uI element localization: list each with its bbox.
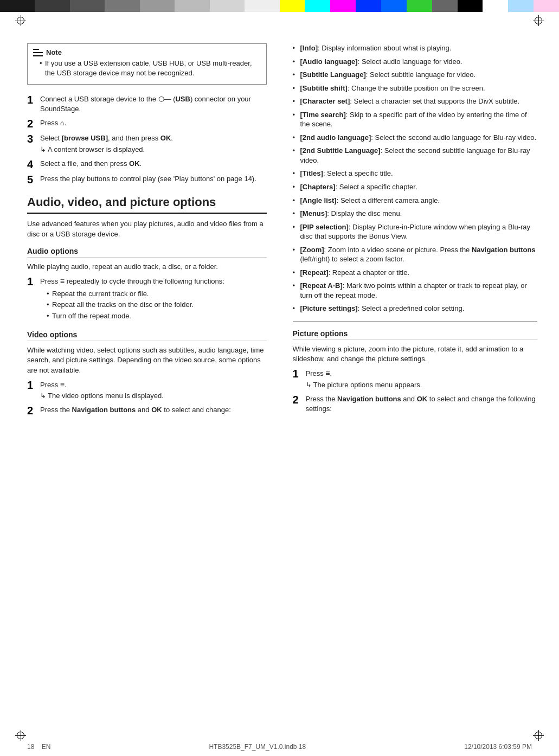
vb-repeat-ab: [Repeat A-B]: Mark two points within a c… xyxy=(293,281,538,300)
audio-bullets: Repeat the current track or file. Repeat… xyxy=(40,289,267,321)
step-1-content: Connect a USB storage device to the ⬡— (… xyxy=(40,94,267,114)
footer-date: 12/10/2013 6:03:59 PM xyxy=(464,743,532,751)
video-step-1: 1 Press ≡. The video options menu is dis… xyxy=(27,380,267,401)
picture-step-1: 1 Press ≡. The picture options menu appe… xyxy=(293,368,538,390)
picture-step-2-num: 2 xyxy=(293,394,301,405)
cb8 xyxy=(245,0,279,12)
audio-options-intro: While playing audio, repeat an audio tra… xyxy=(27,262,267,272)
audio-bullet-1: Repeat the current track or file. xyxy=(47,289,267,299)
vb-picture-settings: [Picture settings]: Select a predefined … xyxy=(293,304,538,313)
cb6 xyxy=(175,0,209,12)
footer-page: 18 EN xyxy=(27,743,50,751)
step-5-num: 5 xyxy=(27,174,36,185)
section-avp-intro: Use advanced features when you play pict… xyxy=(27,219,267,239)
picture-divider xyxy=(293,321,538,322)
cb4 xyxy=(105,0,139,12)
footer-page-num: 18 xyxy=(27,743,34,751)
cbr7 xyxy=(432,0,458,12)
step-2: 2 Press ⌂. xyxy=(27,118,267,129)
step-5-content: Press the play buttons to control play (… xyxy=(40,174,267,184)
reg-mark-tl xyxy=(15,15,26,26)
vb-info: [Info]: Display information about what i… xyxy=(293,43,538,53)
vb-audio-lang: [Audio language]: Select audio language … xyxy=(293,57,538,67)
cbr9 xyxy=(483,0,508,12)
vb-subtitle-lang: [Subtitle Language]: Select subtitle lan… xyxy=(293,70,538,80)
audio-step-1-num: 1 xyxy=(27,276,36,287)
cb2 xyxy=(35,0,69,12)
cbr8 xyxy=(458,0,483,12)
note-icon xyxy=(33,49,43,56)
video-step-1-content: Press ≡. The video options menu is displ… xyxy=(40,380,267,401)
vb-charset: [Character set]: Select a character set … xyxy=(293,97,538,106)
vb-menus: [Menus]: Display the disc menu. xyxy=(293,209,538,219)
note-box: Note If you use a USB extension cable, U… xyxy=(27,43,267,85)
step-4-num: 4 xyxy=(27,159,36,170)
cbr10 xyxy=(508,0,534,12)
color-bar-left xyxy=(0,0,280,12)
picture-step-2: 2 Press the Navigation buttons and OK to… xyxy=(293,394,538,414)
picture-step-2-content: Press the Navigation buttons and OK to s… xyxy=(306,394,538,414)
vb-zoom: [Zoom]: Zoom into a video scene or pictu… xyxy=(293,245,538,264)
cb1 xyxy=(0,0,35,12)
video-step-1-result: The video options menu is displayed. xyxy=(40,391,267,401)
picture-step-1-result: The picture options menu appears. xyxy=(306,380,538,390)
picture-step-1-content: Press ≡. The picture options menu appear… xyxy=(306,368,538,390)
cbr4 xyxy=(356,0,381,12)
vb-repeat: [Repeat]: Repeat a chapter or title. xyxy=(293,268,538,278)
cb5 xyxy=(140,0,175,12)
video-options-heading: Video options xyxy=(27,330,267,341)
step-1-num: 1 xyxy=(27,94,36,105)
step-2-num: 2 xyxy=(27,118,36,129)
cbr11 xyxy=(534,0,559,12)
audio-bullet-2: Repeat all the tracks on the disc or the… xyxy=(47,300,267,310)
cbr2 xyxy=(305,0,330,12)
audio-step-1-content: Press ≡ repeatedly to cycle through the … xyxy=(40,276,267,323)
video-step-1-num: 1 xyxy=(27,380,36,390)
cbr6 xyxy=(407,0,432,12)
vb-time-search: [Time search]: Skip to a specific part o… xyxy=(293,110,538,129)
vb-2nd-subtitle: [2nd Subtitle Language]: Select the seco… xyxy=(293,146,538,165)
note-title: Note xyxy=(46,48,62,56)
left-column: Note If you use a USB extension cable, U… xyxy=(0,33,280,734)
vb-titles: [Titles]: Select a specific title. xyxy=(293,169,538,178)
note-header: Note xyxy=(33,48,261,56)
video-options-intro: While watching video, select options suc… xyxy=(27,345,267,375)
cbr1 xyxy=(280,0,305,12)
step-3: 3 Select [browse USB], and then press OK… xyxy=(27,133,267,154)
footer-lang: EN xyxy=(42,743,51,751)
step-3-num: 3 xyxy=(27,133,36,144)
audio-options-heading: Audio options xyxy=(27,247,267,258)
right-column: [Info]: Display information about what i… xyxy=(280,33,560,734)
vb-2nd-audio: [2nd audio language]: Select the second … xyxy=(293,133,538,143)
step-4-content: Select a file, and then press OK. xyxy=(40,159,267,169)
video-bullets-list: [Info]: Display information about what i… xyxy=(293,43,538,313)
reg-mark-tr xyxy=(533,15,544,26)
audio-step-1: 1 Press ≡ repeatedly to cycle through th… xyxy=(27,276,267,323)
color-bar-right xyxy=(280,0,560,12)
audio-bullet-3: Turn off the repeat mode. xyxy=(47,311,267,321)
vb-subtitle-shift: [Subtitle shift]: Change the subtitle po… xyxy=(293,84,538,93)
vb-pip: [PIP selection]: Display Picture-in-Pict… xyxy=(293,222,538,241)
vb-angle: [Angle list]: Select a different camera … xyxy=(293,196,538,206)
step-1: 1 Connect a USB storage device to the ⬡—… xyxy=(27,94,267,114)
cb7 xyxy=(210,0,245,12)
picture-step-1-num: 1 xyxy=(293,368,301,379)
video-step-2-num: 2 xyxy=(27,405,36,416)
color-bars xyxy=(0,0,559,12)
cb3 xyxy=(70,0,105,12)
video-step-2-content: Press the Navigation buttons and OK to s… xyxy=(40,405,267,415)
vb-chapters: [Chapters]: Select a specific chapter. xyxy=(293,182,538,192)
page-footer: 18 EN HTB3525B_F7_UM_V1.0.indb 18 12/10/… xyxy=(0,743,559,751)
note-list: If you use a USB extension cable, USB HU… xyxy=(33,59,261,78)
section-avp-heading: Audio, video, and picture options xyxy=(27,195,267,214)
note-bullet: If you use a USB extension cable, USB HU… xyxy=(40,59,261,78)
video-step-2: 2 Press the Navigation buttons and OK to… xyxy=(27,405,267,416)
step-5: 5 Press the play buttons to control play… xyxy=(27,174,267,185)
cbr3 xyxy=(330,0,356,12)
footer-file: HTB3525B_F7_UM_V1.0.indb 18 xyxy=(209,743,306,751)
page-content: Note If you use a USB extension cable, U… xyxy=(0,33,559,734)
cbr5 xyxy=(381,0,407,12)
picture-options-intro: While viewing a picture, zoom into the p… xyxy=(293,344,538,364)
step-2-content: Press ⌂. xyxy=(40,118,267,128)
picture-options-heading: Picture options xyxy=(293,329,538,340)
